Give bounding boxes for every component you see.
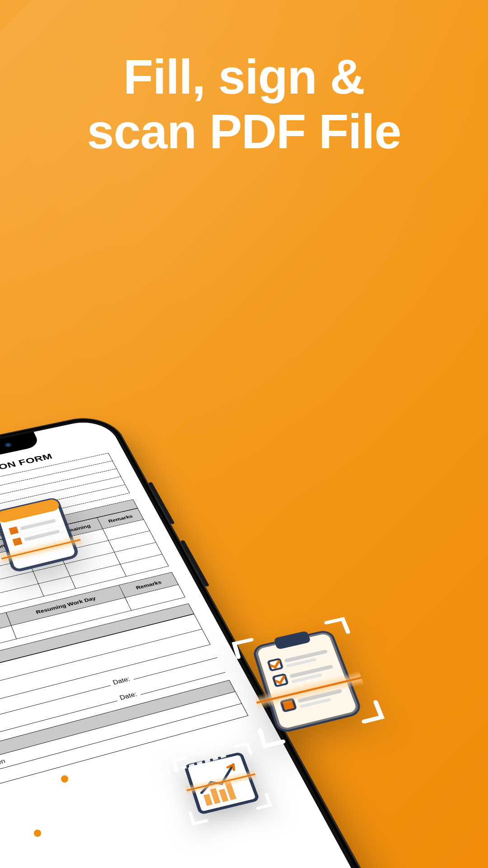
headline: Fill, sign & scan PDF File <box>0 50 488 159</box>
front-camera-icon <box>4 442 13 448</box>
connector-node-icon <box>59 773 70 785</box>
date-label-2: Date: <box>119 691 138 702</box>
headline-line1: Fill, sign & <box>0 50 488 104</box>
connector-node-icon <box>32 827 43 839</box>
date-label-1: Date: <box>112 676 131 686</box>
headline-line2: scan PDF File <box>0 104 488 159</box>
